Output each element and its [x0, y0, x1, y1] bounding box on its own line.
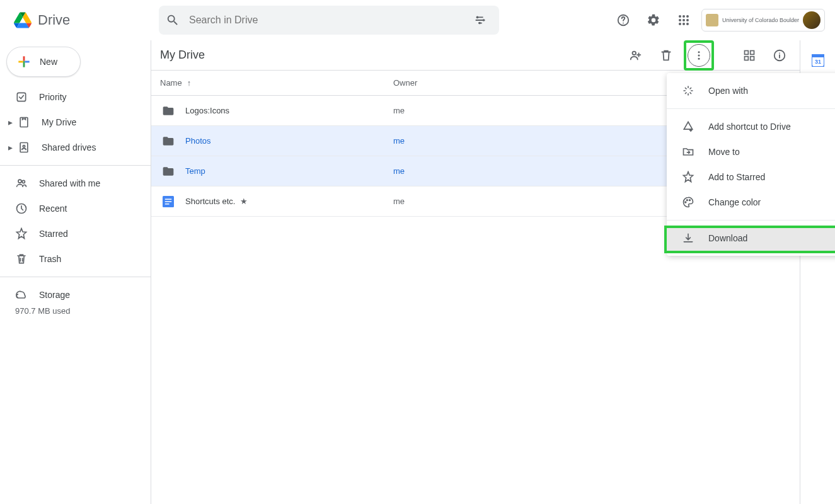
doc-icon — [151, 196, 185, 207]
svg-point-8 — [679, 19, 681, 21]
menu-add-shortcut[interactable]: Add shortcut to Drive — [667, 114, 835, 139]
svg-point-6 — [682, 15, 685, 18]
new-button[interactable]: New — [6, 47, 81, 77]
nav-recent[interactable]: Recent — [0, 196, 143, 221]
svg-point-1 — [483, 19, 485, 21]
menu-move-to[interactable]: Move to — [667, 139, 835, 164]
svg-point-12 — [682, 23, 685, 25]
svg-text:31: 31 — [814, 59, 821, 65]
svg-rect-14 — [17, 93, 25, 101]
new-button-label: New — [40, 57, 57, 67]
folder-icon — [151, 165, 185, 178]
nav-my-drive[interactable]: ▸ My Drive — [0, 110, 143, 135]
svg-rect-39 — [812, 54, 824, 57]
nav-priority[interactable]: Priority — [0, 84, 143, 110]
org-label: University of Colorado Boulder — [722, 18, 799, 23]
nav-trash[interactable]: Trash — [0, 246, 143, 272]
brand-text: Drive — [38, 12, 70, 28]
menu-add-starred[interactable]: Add to Starred — [667, 164, 835, 190]
sidebar: New Priority ▸ My Drive ▸ Shared drives … — [0, 40, 151, 504]
svg-point-36 — [687, 200, 688, 201]
col-owner[interactable]: Owner — [393, 78, 519, 88]
avatar — [803, 11, 821, 29]
menu-change-color[interactable]: Change color › — [667, 190, 835, 215]
highlight-annotation — [684, 40, 714, 71]
account-chip[interactable]: University of Colorado Boulder — [701, 9, 825, 32]
svg-point-10 — [686, 19, 689, 21]
menu-download[interactable]: Download — [667, 226, 835, 251]
brand[interactable]: Drive — [5, 8, 159, 33]
svg-rect-27 — [745, 56, 749, 60]
header: Drive University of Colorado Boulder — [0, 0, 835, 40]
search-bar[interactable] — [159, 6, 499, 35]
search-options-icon[interactable] — [468, 8, 493, 33]
calendar-app-icon[interactable]: 31 — [812, 54, 824, 67]
svg-rect-32 — [165, 198, 172, 200]
star-icon: ★ — [240, 197, 248, 206]
svg-point-35 — [685, 202, 686, 203]
plus-icon — [16, 54, 32, 70]
svg-point-2 — [478, 22, 481, 25]
svg-point-18 — [18, 180, 21, 183]
folder-icon — [151, 135, 185, 147]
svg-rect-28 — [751, 56, 754, 60]
view-grid-button[interactable] — [737, 43, 762, 68]
svg-point-19 — [22, 180, 25, 183]
col-name[interactable]: Name↑ — [151, 78, 393, 88]
nav-storage[interactable]: Storage — [15, 282, 151, 307]
svg-point-37 — [689, 200, 691, 201]
sort-asc-icon: ↑ — [187, 78, 192, 88]
svg-rect-26 — [751, 50, 754, 54]
context-menu: Open with › Add shortcut to Drive Move t… — [667, 73, 835, 256]
svg-point-5 — [679, 15, 681, 18]
nav-shared-drives[interactable]: ▸ Shared drives — [0, 135, 143, 160]
search-input[interactable] — [189, 14, 468, 26]
svg-point-7 — [686, 15, 689, 18]
svg-point-13 — [686, 23, 689, 25]
svg-point-17 — [23, 146, 25, 147]
breadcrumb[interactable]: My Drive — [151, 49, 623, 62]
more-actions-button[interactable] — [688, 44, 710, 67]
expand-icon: ▸ — [6, 118, 14, 126]
svg-point-30 — [779, 52, 780, 54]
nav-starred[interactable]: Starred — [0, 221, 143, 246]
svg-rect-25 — [745, 50, 749, 54]
svg-point-4 — [623, 23, 624, 24]
expand-icon: ▸ — [6, 144, 14, 151]
delete-button[interactable] — [654, 43, 679, 68]
svg-point-23 — [698, 54, 700, 56]
details-button[interactable] — [767, 43, 792, 68]
folder-icon — [151, 105, 185, 117]
apps-grid-icon[interactable] — [671, 8, 696, 33]
svg-point-22 — [698, 51, 700, 53]
svg-point-11 — [679, 23, 681, 25]
menu-open-with[interactable]: Open with › — [667, 78, 835, 103]
svg-point-24 — [698, 57, 700, 59]
org-logo-icon — [706, 14, 718, 26]
svg-point-9 — [682, 19, 685, 21]
drive-logo-icon — [10, 8, 35, 33]
share-button[interactable] — [623, 43, 648, 68]
svg-rect-34 — [165, 203, 170, 205]
search-icon — [165, 13, 180, 28]
main-content: My Drive Name↑ Owner Logos:Icons me P — [151, 40, 800, 504]
nav-shared-with-me[interactable]: Shared with me — [0, 171, 143, 196]
svg-point-0 — [476, 16, 479, 19]
svg-rect-33 — [165, 201, 172, 202]
settings-icon[interactable] — [641, 8, 666, 33]
support-icon[interactable] — [611, 8, 636, 33]
svg-point-21 — [633, 51, 636, 55]
storage-used: 970.7 MB used — [15, 306, 151, 316]
